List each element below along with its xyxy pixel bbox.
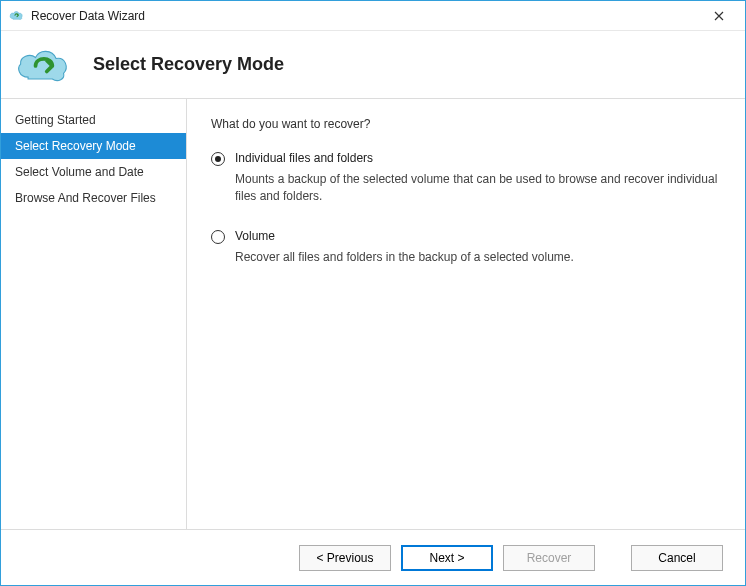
next-button[interactable]: Next > bbox=[401, 545, 493, 571]
content-prompt: What do you want to recover? bbox=[211, 117, 721, 131]
sidebar-item-getting-started[interactable]: Getting Started bbox=[1, 107, 186, 133]
option-label: Individual files and folders bbox=[235, 151, 721, 165]
close-button[interactable] bbox=[699, 2, 739, 30]
wizard-content: What do you want to recover? Individual … bbox=[187, 99, 745, 529]
option-label: Volume bbox=[235, 229, 574, 243]
cloud-recover-icon bbox=[9, 8, 25, 24]
wizard-steps-sidebar: Getting Started Select Recovery Mode Sel… bbox=[1, 99, 187, 529]
wizard-footer: < Previous Next > Recover Cancel bbox=[1, 529, 745, 585]
option-individual-files[interactable]: Individual files and folders Mounts a ba… bbox=[211, 151, 721, 205]
sidebar-item-select-volume-and-date[interactable]: Select Volume and Date bbox=[1, 159, 186, 185]
sidebar-item-browse-and-recover-files[interactable]: Browse And Recover Files bbox=[1, 185, 186, 211]
radio-volume[interactable] bbox=[211, 230, 225, 244]
radio-individual-files[interactable] bbox=[211, 152, 225, 166]
wizard-body: Getting Started Select Recovery Mode Sel… bbox=[1, 99, 745, 529]
titlebar: Recover Data Wizard bbox=[1, 1, 745, 31]
sidebar-item-select-recovery-mode[interactable]: Select Recovery Mode bbox=[1, 133, 186, 159]
cancel-button[interactable]: Cancel bbox=[631, 545, 723, 571]
cloud-recover-logo-icon bbox=[15, 45, 71, 85]
page-title: Select Recovery Mode bbox=[93, 54, 284, 75]
option-description: Recover all files and folders in the bac… bbox=[235, 249, 574, 266]
option-volume[interactable]: Volume Recover all files and folders in … bbox=[211, 229, 721, 266]
wizard-header: Select Recovery Mode bbox=[1, 31, 745, 99]
option-description: Mounts a backup of the selected volume t… bbox=[235, 171, 721, 205]
previous-button[interactable]: < Previous bbox=[299, 545, 391, 571]
recover-button: Recover bbox=[503, 545, 595, 571]
window-title: Recover Data Wizard bbox=[31, 9, 699, 23]
